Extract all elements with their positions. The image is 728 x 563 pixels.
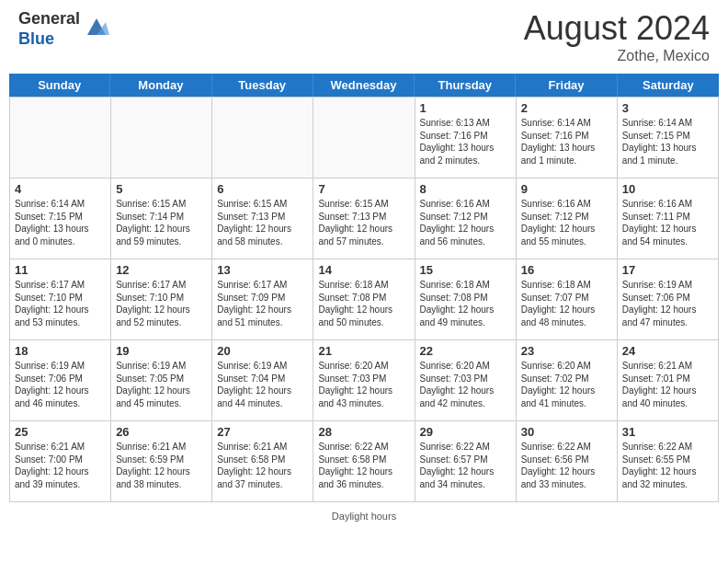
day-number: 9 [521,182,612,196]
cell-text: Sunrise: 6:16 AMSunset: 7:11 PMDaylight:… [622,198,713,247]
cell-text: Sunrise: 6:18 AMSunset: 7:08 PMDaylight:… [318,279,409,328]
cal-cell: 16Sunrise: 6:18 AMSunset: 7:07 PMDayligh… [517,259,618,340]
day-number: 30 [521,425,612,439]
day-number: 25 [15,425,106,439]
cell-text: Sunrise: 6:16 AMSunset: 7:12 PMDaylight:… [521,198,612,247]
logo-icon [84,15,109,44]
cell-text: Sunrise: 6:21 AMSunset: 7:00 PMDaylight:… [15,441,106,490]
day-header-friday: Friday [516,74,617,97]
cal-cell: 12Sunrise: 6:17 AMSunset: 7:10 PMDayligh… [111,259,212,340]
cell-text: Sunrise: 6:19 AMSunset: 7:06 PMDaylight:… [15,360,106,409]
header: General Blue August 2024 Zothe, Mexico [0,0,728,69]
day-header-saturday: Saturday [618,74,719,97]
cal-cell: 2Sunrise: 6:14 AMSunset: 7:16 PMDaylight… [517,98,618,178]
month-year: August 2024 [524,9,710,48]
cell-text: Sunrise: 6:15 AMSunset: 7:13 PMDaylight:… [318,198,409,247]
cal-cell: 19Sunrise: 6:19 AMSunset: 7:05 PMDayligh… [111,340,212,421]
cell-text: Sunrise: 6:15 AMSunset: 7:13 PMDaylight:… [217,198,308,247]
cal-cell: 23Sunrise: 6:20 AMSunset: 7:02 PMDayligh… [517,340,618,421]
day-number: 29 [420,425,511,439]
cell-text: Sunrise: 6:14 AMSunset: 7:15 PMDaylight:… [622,117,713,167]
cal-cell [212,98,313,178]
day-header-monday: Monday [110,74,211,97]
cell-text: Sunrise: 6:16 AMSunset: 7:12 PMDaylight:… [420,198,511,247]
day-number: 22 [420,344,511,358]
day-number: 7 [318,182,409,196]
cell-text: Sunrise: 6:14 AMSunset: 7:16 PMDaylight:… [521,117,612,167]
cal-cell: 25Sunrise: 6:21 AMSunset: 7:00 PMDayligh… [10,421,111,502]
day-number: 2 [521,101,612,115]
logo-blue: Blue [18,29,54,48]
day-number: 11 [15,263,106,277]
cal-cell: 5Sunrise: 6:15 AMSunset: 7:14 PMDaylight… [111,178,212,259]
day-header-tuesday: Tuesday [212,74,313,97]
cell-text: Sunrise: 6:19 AMSunset: 7:06 PMDaylight:… [622,279,713,328]
day-number: 16 [521,263,612,277]
day-number: 17 [622,263,713,277]
logo-image: General Blue [18,9,109,49]
day-number: 12 [116,263,207,277]
day-number: 3 [622,101,713,115]
cal-cell: 14Sunrise: 6:18 AMSunset: 7:08 PMDayligh… [313,259,415,340]
cal-cell: 17Sunrise: 6:19 AMSunset: 7:06 PMDayligh… [618,259,719,340]
location: Zothe, Mexico [524,48,710,64]
cell-text: Sunrise: 6:17 AMSunset: 7:09 PMDaylight:… [217,279,308,328]
day-header-sunday: Sunday [9,74,110,97]
cell-text: Sunrise: 6:18 AMSunset: 7:08 PMDaylight:… [420,279,511,328]
cell-text: Sunrise: 6:21 AMSunset: 7:01 PMDaylight:… [622,360,713,409]
day-number: 6 [217,182,308,196]
cal-cell: 21Sunrise: 6:20 AMSunset: 7:03 PMDayligh… [313,340,415,421]
cal-cell: 15Sunrise: 6:18 AMSunset: 7:08 PMDayligh… [415,259,517,340]
day-number: 18 [15,344,106,358]
cell-text: Sunrise: 6:18 AMSunset: 7:07 PMDaylight:… [521,279,612,328]
cal-cell [10,98,111,178]
day-number: 31 [622,425,713,439]
cal-cell: 9Sunrise: 6:16 AMSunset: 7:12 PMDaylight… [517,178,618,259]
cell-text: Sunrise: 6:22 AMSunset: 6:55 PMDaylight:… [622,441,713,490]
day-number: 28 [318,425,409,439]
cell-text: Sunrise: 6:13 AMSunset: 7:16 PMDaylight:… [420,117,511,167]
cell-text: Sunrise: 6:17 AMSunset: 7:10 PMDaylight:… [15,279,106,328]
cell-text: Sunrise: 6:19 AMSunset: 7:04 PMDaylight:… [217,360,308,409]
cal-cell: 18Sunrise: 6:19 AMSunset: 7:06 PMDayligh… [10,340,111,421]
logo: General Blue [18,9,109,49]
cal-cell: 3Sunrise: 6:14 AMSunset: 7:15 PMDaylight… [618,98,719,178]
cell-text: Sunrise: 6:22 AMSunset: 6:56 PMDaylight:… [521,441,612,490]
cal-cell: 26Sunrise: 6:21 AMSunset: 6:59 PMDayligh… [111,421,212,502]
day-header-thursday: Thursday [415,74,516,97]
cal-cell: 4Sunrise: 6:14 AMSunset: 7:15 PMDaylight… [10,178,111,259]
cell-text: Sunrise: 6:21 AMSunset: 6:59 PMDaylight:… [116,441,207,490]
day-number: 14 [318,263,409,277]
day-number: 27 [217,425,308,439]
day-number: 4 [15,182,106,196]
cal-cell: 29Sunrise: 6:22 AMSunset: 6:57 PMDayligh… [415,421,517,502]
day-number: 13 [217,263,308,277]
cal-cell: 1Sunrise: 6:13 AMSunset: 7:16 PMDaylight… [415,98,517,178]
daylight-label: Daylight hours [332,511,396,522]
cal-cell: 31Sunrise: 6:22 AMSunset: 6:55 PMDayligh… [618,421,719,502]
day-number: 15 [420,263,511,277]
day-number: 1 [420,101,511,115]
cal-cell: 8Sunrise: 6:16 AMSunset: 7:12 PMDaylight… [415,178,517,259]
cal-cell: 28Sunrise: 6:22 AMSunset: 6:58 PMDayligh… [313,421,415,502]
cal-cell: 20Sunrise: 6:19 AMSunset: 7:04 PMDayligh… [212,340,313,421]
cell-text: Sunrise: 6:14 AMSunset: 7:15 PMDaylight:… [15,198,106,247]
day-number: 21 [318,344,409,358]
day-number: 19 [116,344,207,358]
cal-cell: 13Sunrise: 6:17 AMSunset: 7:09 PMDayligh… [212,259,313,340]
cal-cell [111,98,212,178]
day-number: 10 [622,182,713,196]
calendar-grid: 1Sunrise: 6:13 AMSunset: 7:16 PMDaylight… [9,97,719,502]
day-number: 5 [116,182,207,196]
cal-cell: 27Sunrise: 6:21 AMSunset: 6:58 PMDayligh… [212,421,313,502]
day-number: 24 [622,344,713,358]
cell-text: Sunrise: 6:22 AMSunset: 6:57 PMDaylight:… [420,441,511,490]
cal-cell: 22Sunrise: 6:20 AMSunset: 7:03 PMDayligh… [415,340,517,421]
cell-text: Sunrise: 6:20 AMSunset: 7:03 PMDaylight:… [318,360,409,409]
cell-text: Sunrise: 6:19 AMSunset: 7:05 PMDaylight:… [116,360,207,409]
day-number: 20 [217,344,308,358]
day-header-wednesday: Wednesday [313,74,415,97]
cell-text: Sunrise: 6:17 AMSunset: 7:10 PMDaylight:… [116,279,207,328]
cal-cell: 30Sunrise: 6:22 AMSunset: 6:56 PMDayligh… [517,421,618,502]
cal-cell: 24Sunrise: 6:21 AMSunset: 7:01 PMDayligh… [618,340,719,421]
